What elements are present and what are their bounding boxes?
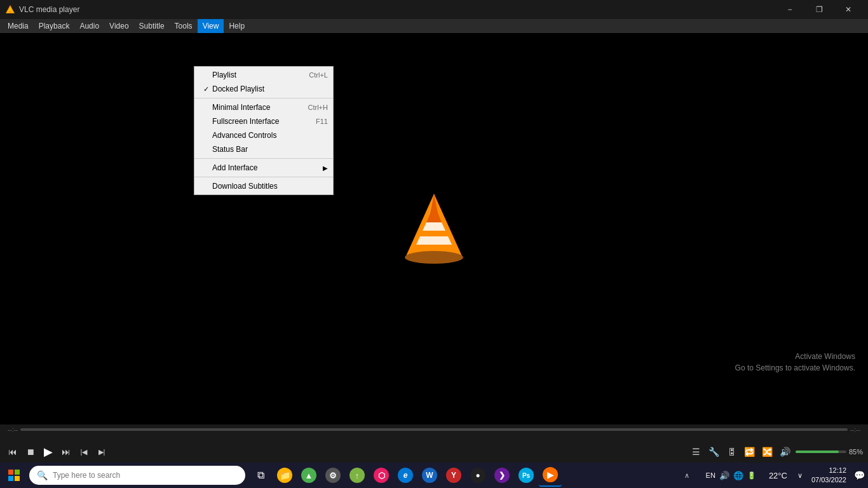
taskbar-icon-settings[interactable]: ⚙ — [322, 464, 344, 487]
system-time[interactable]: 12:12 07/03/2022 — [808, 466, 850, 485]
temperature-value: 22°C — [769, 471, 787, 480]
battery-icon[interactable]: 🔋 — [747, 471, 756, 480]
menu-item-download-subtitles[interactable]: Download Subtitles — [194, 179, 333, 193]
seek-bar-area: --:-- --:-- — [0, 424, 868, 435]
taskbar-icon-app3[interactable]: ⬡ — [370, 464, 393, 487]
taskbar-icon-vlc[interactable]: ▶ — [539, 464, 562, 487]
svg-rect-2 — [9, 11, 11, 13]
keyboard-icon: EN — [706, 471, 715, 479]
minimal-shortcut: Ctrl+H — [308, 104, 328, 111]
extended-settings-button[interactable]: 🔧 — [707, 444, 722, 459]
docked-playlist-label: Docked Playlist — [212, 85, 315, 93]
playlist-label: Playlist — [212, 71, 296, 79]
start-button[interactable] — [3, 464, 25, 487]
menu-item-status-bar[interactable]: Status Bar — [194, 142, 333, 156]
svg-rect-16 — [15, 470, 20, 475]
network-icon[interactable]: 🌐 — [733, 471, 743, 480]
activate-line1: Activate Windows — [735, 351, 855, 362]
show-effects-button[interactable]: 🎛 — [724, 444, 740, 459]
menu-video[interactable]: Video — [104, 19, 133, 33]
taskbar-icon-app1[interactable]: ▲ — [297, 464, 320, 487]
temperature-area: 22°C — [764, 471, 792, 480]
frame-prev-button[interactable]: |◀ — [76, 444, 92, 459]
download-subtitles-label: Download Subtitles — [212, 182, 315, 191]
menu-media[interactable]: Media — [3, 19, 34, 33]
system-tray: ∧ EN 🔊 🌐 🔋 22°C ∨ 12:12 07/03/2022 💬 — [675, 464, 865, 487]
notification-button[interactable]: 💬 — [853, 464, 865, 487]
svg-marker-7 — [420, 231, 448, 236]
window-title: VLC media player — [19, 5, 775, 14]
status-bar-label: Status Bar — [212, 145, 315, 154]
taskbar-icon-edge[interactable]: e — [394, 464, 417, 487]
menu-item-minimal-interface[interactable]: Minimal Interface Ctrl+H — [194, 100, 333, 114]
taskbar-search[interactable]: 🔍 — [29, 466, 245, 485]
search-input[interactable] — [53, 471, 238, 480]
time-right: --:-- — [850, 426, 860, 433]
add-interface-label: Add Interface — [212, 163, 308, 172]
taskbar-icon-app2[interactable]: ↑ — [346, 464, 369, 487]
stop-button[interactable]: ⏹ — [23, 444, 38, 459]
taskbar-icon-app4[interactable]: Y — [442, 464, 465, 487]
playlist-shortcut: Ctrl+L — [309, 71, 328, 79]
sys-icons: EN 🔊 🌐 🔋 — [701, 471, 761, 480]
menu-subtitle[interactable]: Subtitle — [134, 19, 170, 33]
taskbar-icon-word[interactable]: W — [418, 464, 441, 487]
svg-point-13 — [405, 251, 463, 264]
next-button[interactable]: ⏭ — [58, 444, 74, 459]
fullscreen-shortcut: F11 — [316, 118, 328, 125]
taskbar-icon-app5[interactable]: ● — [466, 464, 489, 487]
activate-line2: Go to Settings to activate Windows. — [735, 362, 855, 374]
svg-rect-17 — [8, 476, 13, 481]
volume-area: 🔊 85% — [778, 444, 863, 459]
svg-rect-15 — [8, 470, 13, 475]
view-dropdown-menu: Playlist Ctrl+L ✓ Docked Playlist Minima… — [194, 66, 334, 195]
seek-bar[interactable] — [20, 428, 848, 431]
vlc-logo — [402, 191, 466, 267]
mute-button[interactable]: 🔊 — [778, 444, 793, 459]
time-left: --:-- — [8, 426, 18, 433]
separator-3 — [194, 177, 333, 177]
menu-tools[interactable]: Tools — [170, 19, 198, 33]
menu-item-playlist[interactable]: Playlist Ctrl+L — [194, 68, 333, 82]
restore-button[interactable]: ❐ — [804, 0, 834, 19]
menubar: Media Playback Audio Video Subtitle Tool… — [0, 19, 868, 33]
close-button[interactable]: ✕ — [834, 0, 863, 19]
svg-marker-6 — [423, 222, 445, 231]
volume-sys-icon[interactable]: 🔊 — [719, 471, 729, 480]
menu-item-docked-playlist[interactable]: ✓ Docked Playlist — [194, 82, 333, 96]
previous-button[interactable]: ⏮ — [5, 444, 20, 459]
check-docked-playlist: ✓ — [200, 85, 212, 93]
frame-next-button[interactable]: ▶| — [94, 444, 109, 459]
titlebar: VLC media player − ❐ ✕ — [0, 0, 868, 19]
taskbar-icon-photoshop[interactable]: Ps — [515, 464, 538, 487]
volume-bar-fill — [796, 451, 839, 453]
random-button[interactable]: 🔀 — [760, 444, 775, 459]
play-button[interactable]: ▶ — [41, 444, 56, 459]
minimize-button[interactable]: − — [775, 0, 804, 19]
minimal-interface-label: Minimal Interface — [212, 103, 295, 112]
taskbar-icon-explorer[interactable]: 📁 — [273, 464, 296, 487]
menu-help[interactable]: Help — [224, 19, 250, 33]
main-content: Playlist Ctrl+L ✓ Docked Playlist Minima… — [0, 33, 868, 424]
menu-item-advanced-controls[interactable]: Advanced Controls — [194, 128, 333, 142]
taskbar-icon-app6[interactable]: ❯ — [491, 464, 513, 487]
volume-percent: 85% — [849, 448, 863, 456]
loop-button[interactable]: 🔁 — [742, 444, 757, 459]
menu-item-fullscreen-interface[interactable]: Fullscreen Interface F11 — [194, 114, 333, 128]
fullscreen-interface-label: Fullscreen Interface — [212, 117, 303, 126]
hide-icons-button[interactable]: ∨ — [797, 471, 803, 480]
menu-audio[interactable]: Audio — [74, 19, 104, 33]
menu-playback[interactable]: Playback — [34, 19, 75, 33]
show-hidden-icons-button[interactable]: ∧ — [675, 464, 698, 487]
activate-windows-watermark: Activate Windows Go to Settings to activ… — [735, 351, 855, 374]
taskbar: 🔍 ⧉ 📁 ▲ ⚙ ↑ ⬡ e W Y ● ❯ Ps ▶ ∧ E — [0, 463, 868, 488]
separator-1 — [194, 98, 333, 98]
menu-item-add-interface[interactable]: Add Interface ▶ — [194, 161, 333, 175]
advanced-controls-label: Advanced Controls — [212, 131, 315, 140]
task-view-button[interactable]: ⧉ — [249, 464, 272, 487]
volume-bar[interactable] — [796, 451, 846, 453]
toggle-playlist-button[interactable]: ☰ — [689, 444, 704, 459]
menu-view[interactable]: View — [198, 19, 224, 33]
clock: 12:12 — [811, 466, 846, 475]
add-interface-arrow: ▶ — [323, 165, 328, 172]
